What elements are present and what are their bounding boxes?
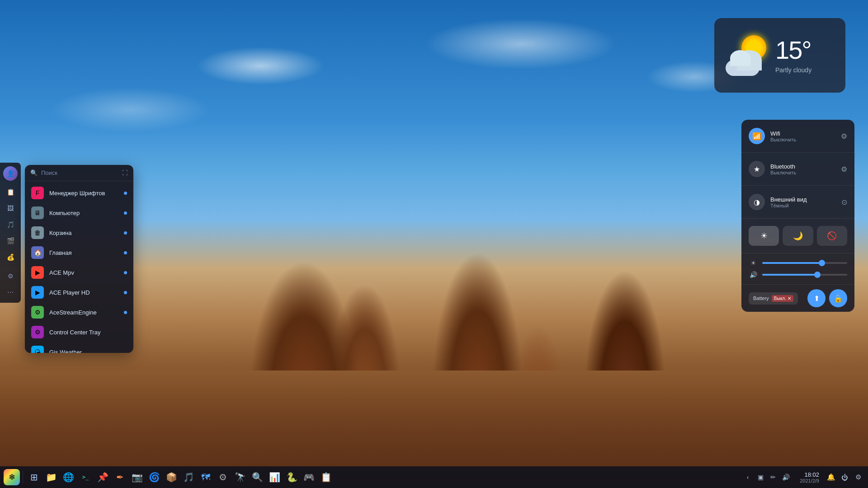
weather-info: 15° Partly cloudy: [775, 38, 836, 74]
app-name: ACE Mpv: [49, 269, 118, 276]
upload-button[interactable]: ⬆: [807, 289, 826, 307]
settings-button[interactable]: ⚙: [215, 469, 231, 485]
sys-icons: 🔔 ⏻ ⚙: [825, 471, 864, 483]
appearance-gear-icon[interactable]: ⊙: [841, 198, 847, 206]
app-item[interactable]: FМенеджер Шрифтов: [25, 183, 133, 203]
app-item[interactable]: 🖥Компьютер: [25, 203, 133, 223]
app-name: Менеджер Шрифтов: [49, 190, 118, 197]
appearance-subtitle: Тёмный: [770, 203, 836, 208]
tray-chevron-icon[interactable]: ‹: [743, 472, 753, 482]
app-running-dot: [124, 192, 127, 195]
appearance-section: ◑ Внешний вид Тёмный ⊙: [741, 186, 854, 219]
bluetooth-icon: ★: [749, 161, 765, 177]
app-name: ACE Player HD: [49, 289, 118, 296]
system-clock[interactable]: 18:02 2021/2/9: [796, 471, 823, 483]
sound-row: 🔊: [749, 269, 847, 281]
app-item[interactable]: ⚙Control Center Tray: [25, 322, 133, 342]
off-mode-button[interactable]: 🚫: [817, 226, 847, 246]
left-sidebar: 👤 📋 🖼 🎵 🎬 💰 ⚙ ⋯: [0, 163, 21, 303]
bluetooth-text: Bluetooth Выключить: [770, 163, 835, 175]
app-icon: ▶: [31, 266, 44, 279]
sidebar-finance-icon[interactable]: 💰: [4, 250, 17, 264]
sound-icon: 🔊: [749, 271, 758, 278]
pin-button[interactable]: 📌: [94, 469, 111, 485]
app-running-dot: [124, 291, 127, 294]
sidebar-video-icon[interactable]: 🎬: [4, 234, 17, 248]
files-button[interactable]: 📁: [43, 469, 59, 485]
discover-button[interactable]: 🔭: [232, 469, 248, 485]
app-icon: 🏠: [31, 246, 44, 259]
bluetooth-row[interactable]: ★ Bluetooth Выключить ⚙: [741, 156, 854, 182]
app-running-dot: [124, 311, 127, 314]
clock-date: 2021/2/9: [800, 478, 819, 483]
appearance-row[interactable]: ◑ Внешний вид Тёмный ⊙: [741, 189, 854, 215]
avatar-initial: 👤: [7, 170, 14, 177]
app-running-dot: [124, 211, 127, 215]
expand-icon[interactable]: ⛶: [122, 169, 128, 176]
weather-widget[interactable]: 15° Partly cloudy: [714, 18, 845, 93]
game-button[interactable]: 🎮: [301, 469, 317, 485]
app-item[interactable]: ⚙AceStreamEngine: [25, 302, 133, 322]
brightness-icon: ☀: [749, 259, 758, 267]
cloud-icon: [723, 51, 762, 76]
sound-slider[interactable]: [762, 274, 847, 276]
battery-row: Battery Выкл. ✕ ⬆ 🔒: [741, 285, 854, 312]
sidebar-settings-icon[interactable]: ⚙: [4, 269, 17, 283]
app-name: Control Center Tray: [49, 329, 127, 336]
sidebar-notes-icon[interactable]: 📋: [4, 185, 17, 199]
app-item[interactable]: ▶ACE Player HD: [25, 282, 133, 302]
wifi-text: Wifi Выключить: [770, 130, 835, 142]
notification-icon[interactable]: 🔔: [825, 471, 837, 483]
app-icon: ⚙: [31, 306, 44, 319]
bright-mode-button[interactable]: ☀: [749, 226, 779, 246]
browser2-button[interactable]: 🌀: [146, 469, 162, 485]
sidebar-more-icon[interactable]: ⋯: [4, 286, 17, 299]
app-item[interactable]: 🏠Главная: [25, 243, 133, 263]
edge-button[interactable]: 🌐: [60, 469, 76, 485]
search-icon: 🔍: [30, 169, 38, 176]
tray-screen-icon[interactable]: ▣: [755, 472, 765, 482]
night-mode-button[interactable]: 🌙: [783, 226, 813, 246]
control-panel: 📶 Wifi Выключить ⚙ ★ Bluetooth Выключить…: [741, 120, 854, 312]
tray-volume-icon[interactable]: 🔊: [781, 472, 791, 482]
app-item[interactable]: ▶ACE Mpv: [25, 263, 133, 282]
user-avatar[interactable]: 👤: [3, 166, 18, 181]
tray-icons: ‹ ▣ ✏ 🔊: [739, 472, 794, 482]
power-icon[interactable]: ⏻: [838, 471, 851, 483]
sidebar-photos-icon[interactable]: 🖼: [4, 202, 17, 215]
start-button[interactable]: ❄: [4, 469, 20, 485]
search3-button[interactable]: 🔍: [249, 469, 265, 485]
editor-button[interactable]: ✒: [112, 469, 128, 485]
notes-button[interactable]: 📋: [318, 469, 334, 485]
python-button[interactable]: 🐍: [283, 469, 300, 485]
app-item[interactable]: 🌤Gis Weather: [25, 342, 133, 353]
app-item[interactable]: 🗑Корзина: [25, 223, 133, 243]
sys-settings-icon[interactable]: ⚙: [852, 471, 864, 483]
app-icon: ▶: [31, 286, 44, 299]
wifi-row[interactable]: 📶 Wifi Выключить ⚙: [741, 123, 854, 149]
app-name: Главная: [49, 249, 118, 256]
lock-button[interactable]: 🔒: [829, 289, 847, 307]
wifi-gear-icon[interactable]: ⚙: [841, 132, 847, 141]
music-button[interactable]: 🎵: [180, 469, 197, 485]
maps-button[interactable]: 🗺: [198, 469, 214, 485]
battery-status: Выкл. ✕: [772, 295, 793, 302]
activity-button[interactable]: 📊: [266, 469, 283, 485]
tray-pen-icon[interactable]: ✏: [768, 472, 778, 482]
bluetooth-gear-icon[interactable]: ⚙: [841, 165, 847, 174]
terminal-button[interactable]: >_: [77, 469, 94, 485]
app-name: Компьютер: [49, 210, 118, 216]
brightness-slider[interactable]: [762, 262, 847, 264]
camera-button[interactable]: 📷: [129, 469, 145, 485]
brightness-row: ☀: [749, 257, 847, 269]
archive-button[interactable]: 📦: [163, 469, 179, 485]
app-running-dot: [124, 271, 127, 274]
taskbar-icons: ⊞📁🌐>_📌✒📷🌀📦🎵🗺⚙🔭🔍📊🐍🎮📋: [26, 469, 334, 485]
taskbar: ❄ ⊞📁🌐>_📌✒📷🌀📦🎵🗺⚙🔭🔍📊🐍🎮📋 ‹ ▣ ✏ 🔊 18:02 2021…: [0, 466, 868, 488]
multitask-button[interactable]: ⊞: [26, 469, 42, 485]
search-input[interactable]: [41, 169, 118, 176]
bluetooth-title: Bluetooth: [770, 163, 835, 170]
sliders-section: ☀ 🔊: [741, 253, 854, 285]
wifi-subtitle: Выключить: [770, 137, 835, 142]
sidebar-music-icon[interactable]: 🎵: [4, 218, 17, 231]
